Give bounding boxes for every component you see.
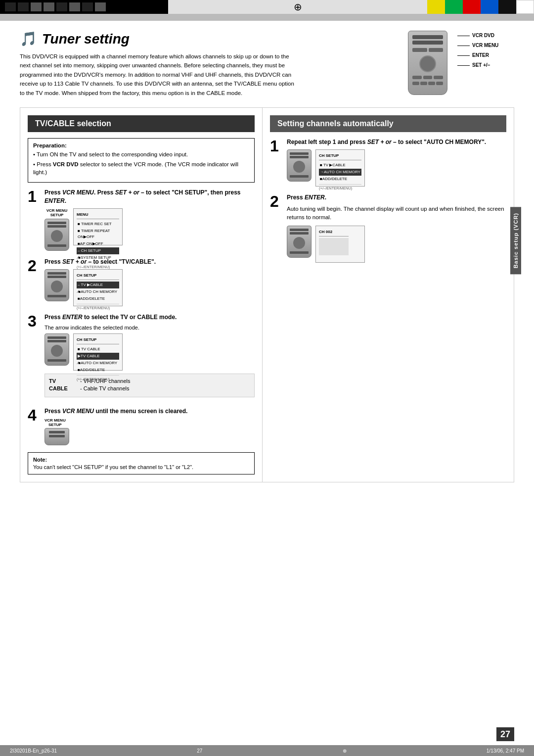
s3-header: CH SETUP <box>77 337 119 344</box>
crosshair-bottom: ⊕ <box>343 748 347 754</box>
s1-header: MENU <box>77 212 119 219</box>
tuner-header: 🎵 Tuner setting This DVD/VCR is equipped… <box>20 31 514 97</box>
s2-btns <box>47 272 66 297</box>
top-bar-colors <box>427 0 534 14</box>
rb-row2 <box>412 76 443 79</box>
s2-item3: ■ADD/DELETE <box>77 295 119 302</box>
step2-remote <box>44 269 69 301</box>
s3-item2: ▶TV CABLE <box>77 353 119 360</box>
step-4-content: Press VCR MENU until the menu screen is … <box>44 407 255 446</box>
remote-body <box>408 31 447 95</box>
right-step-1-title: Repeat left step 1 and press SET + or – … <box>287 138 506 146</box>
color-white <box>516 0 534 14</box>
step-3-content: Press ENTER to select the TV or CABLE mo… <box>44 313 255 400</box>
r-step2-screen: CH 002 <box>315 226 365 263</box>
right-column: Setting channels automatically Basic set… <box>263 108 514 482</box>
top-bar-middle: ⊕ <box>168 0 427 14</box>
tv-cable-info: TV - VHF/UHF channels CABLE - Cable TV c… <box>44 374 255 397</box>
dpad <box>419 55 436 72</box>
label-vcrmenu-text: VCR MENU <box>472 41 498 50</box>
label-vcrmenu: VCR MENU <box>457 41 498 50</box>
step1-vcrlabel: VCR MENUSETUP <box>46 208 68 218</box>
left-step-4: 4 Press VCR MENU until the menu screen i… <box>28 407 255 446</box>
step1-remote <box>44 219 69 251</box>
page-number: 27 <box>496 727 514 741</box>
tv-key: TV <box>49 378 76 384</box>
step-1-content: Press VCR MENU. Press SET + or – to sele… <box>44 189 255 251</box>
rbc <box>412 76 422 79</box>
right-step-num-2: 2 <box>270 193 282 209</box>
tuner-left: 🎵 Tuner setting This DVD/VCR is equipped… <box>20 31 391 97</box>
rs1-item2: →AUTO CH MEMORY <box>319 169 361 176</box>
step3-screen: CH SETUP ■ TV CABLE ▶TV CABLE ⁄■AUTO CH … <box>73 333 123 371</box>
right-section-header: Setting channels automatically <box>270 115 506 132</box>
remote-drawing <box>405 31 450 95</box>
step2-screen: CH SETUP – TV ▶CABLE ⁄■AUTO CH MEMORY ■A… <box>73 269 123 306</box>
prep-item-2: Press VCR DVD selector to select the VCR… <box>33 160 249 176</box>
tuner-description: This DVD/VCR is equipped with a channel … <box>20 52 297 97</box>
step1-screen: MENU ■ TIMER REC SET ■ TIMER REPEAT ON▶O… <box>73 208 123 245</box>
rs1-header: CH SETUP <box>319 153 361 160</box>
sq8 <box>95 2 106 11</box>
remote-labels: VCR DVD VCR MENU ENTER SET +/– <box>457 31 498 70</box>
rs2-btns <box>290 229 309 254</box>
s2-item1: – TV ▶CABLE <box>77 282 119 288</box>
bottom-strip: 2I30201B-En_p26-31 27 ⊕ 1/13/06, 2:47 PM <box>0 745 534 756</box>
s1-item4: – CH SETUP <box>77 247 119 254</box>
step4-diagram: VCR MENUSETUP <box>44 418 255 445</box>
remote-diagram-container: VCR DVD VCR MENU ENTER SET +/– <box>405 31 514 95</box>
right-step-1-diagram: CH SETUP ■ TV ▶CABLE →AUTO CH MEMORY ■AD… <box>287 149 506 187</box>
step-num-4: 4 <box>28 407 40 423</box>
step-num-2: 2 <box>28 258 40 274</box>
s3-item1: ■ TV CABLE <box>77 346 119 353</box>
step3-remote <box>44 333 69 366</box>
step-2-title: Press SET + or – to select "TV/CABLE". <box>44 258 255 266</box>
r-step1-remote <box>287 149 312 182</box>
s2-item2: ⁄■AUTO CH MEMORY <box>77 288 119 295</box>
tv-val: - VHF/UHF channels <box>80 378 130 384</box>
cable-key: CABLE <box>49 385 76 391</box>
step4-remote <box>44 428 69 445</box>
label-enter: ENTER <box>457 50 498 60</box>
step-1-title: Press VCR MENU. Press SET + or – to sele… <box>44 189 255 205</box>
right-step-2: 2 Press ENTER. Auto tuning will begin. T… <box>270 193 506 263</box>
right-step-2-content: Press ENTER. Auto tuning will begin. The… <box>287 193 506 263</box>
sq3 <box>31 2 42 11</box>
left-step-1: 1 Press VCR MENU. Press SET + or – to se… <box>28 189 255 251</box>
label-setpm-text: SET +/– <box>472 60 490 70</box>
label-vcrdvd: VCR DVD <box>457 31 498 41</box>
step1-remote-wrap: VCR MENUSETUP <box>44 208 69 251</box>
r-step2-remote <box>287 226 312 258</box>
cable-row: CABLE - Cable TV channels <box>49 385 250 391</box>
s1-item1: ■ TIMER REC SET <box>77 221 119 228</box>
rba <box>412 48 427 52</box>
color-blue <box>481 0 498 14</box>
rb-row1 <box>412 48 443 52</box>
prep-title: Preparation: <box>33 142 249 148</box>
page-title: 🎵 Tuner setting <box>20 31 391 47</box>
rs1-item3: ■ADD/DELETE <box>319 176 361 183</box>
label-setpm: SET +/– <box>457 60 498 70</box>
right-step-1: 1 Repeat left step 1 and press SET + or … <box>270 138 506 187</box>
s2-header: CH SETUP <box>77 273 119 280</box>
s2-footer: (+/–/ENTER/MENU) <box>77 304 119 311</box>
note-title: Note: <box>33 457 249 463</box>
step-3-title: Press ENTER to select the TV or CABLE mo… <box>44 313 255 322</box>
sq6 <box>69 2 80 11</box>
s3-item4: ■ADD/DELETE <box>77 367 119 374</box>
color-red <box>463 0 481 14</box>
s1-btns <box>47 222 66 247</box>
right-step-2-diagram: CH 002 <box>287 226 506 263</box>
footer-left: 2I30201B-En_p26-31 <box>10 748 57 754</box>
footer-right: 1/13/06, 2:47 PM <box>487 748 524 754</box>
remote-buttons <box>412 35 443 85</box>
sidebar-label: Basic setup (VCR) <box>510 207 521 274</box>
step-4-title: Press VCR MENU until the menu screen is … <box>44 407 255 416</box>
left-section-title: TV/CABLE selection <box>35 119 111 128</box>
s1-item2: ■ TIMER REPEAT ON▶OFF <box>77 228 119 240</box>
color-yellow <box>427 0 445 14</box>
rbb <box>429 48 444 52</box>
rs1-item1: ■ TV ▶CABLE <box>319 162 361 169</box>
rs1-btns <box>290 152 309 178</box>
preparation-box: Preparation: Turn ON the TV and select t… <box>28 138 255 183</box>
